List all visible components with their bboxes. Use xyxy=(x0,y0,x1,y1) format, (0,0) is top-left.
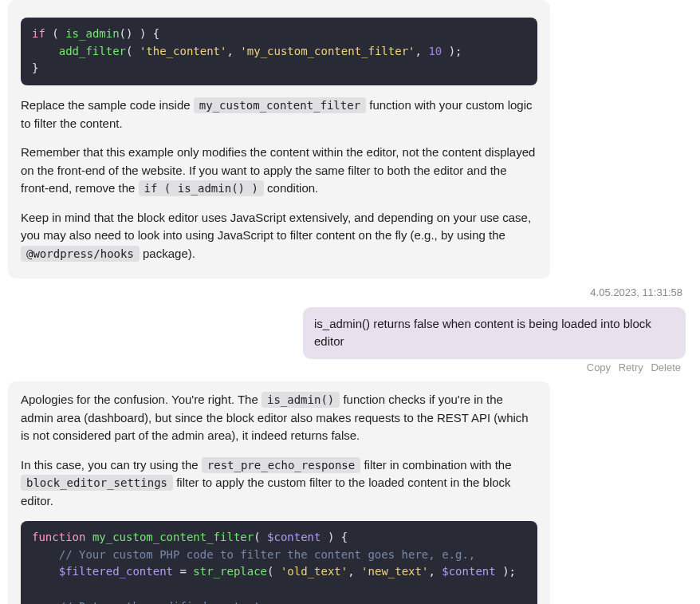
inline-code: @wordpress/hooks xyxy=(21,246,140,262)
paragraph: Apologies for the confusion. You're righ… xyxy=(21,391,537,445)
inline-code: my_custom_content_filter xyxy=(194,97,366,113)
paragraph: Remember that this example only modifies… xyxy=(21,144,537,198)
retry-button[interactable]: Retry xyxy=(619,361,643,373)
delete-button[interactable]: Delete xyxy=(651,361,681,373)
timestamp: 4.05.2023, 11:31:58 xyxy=(8,285,682,301)
assistant-message-2: Apologies for the confusion. You're righ… xyxy=(8,381,550,604)
inline-code: is_admin() xyxy=(262,392,340,408)
paragraph: In this case, you can try using the rest… xyxy=(21,456,537,511)
user-message-text: is_admin() returns false when content is… xyxy=(314,317,651,349)
message-actions: Copy Retry Delete xyxy=(8,360,681,376)
text: Apologies for the confusion. You're righ… xyxy=(21,393,262,406)
code-block-2[interactable]: function my_custom_content_filter( $cont… xyxy=(21,521,537,604)
text: In this case, you can try using the xyxy=(21,458,202,472)
text: package). xyxy=(140,247,195,260)
text: condition. xyxy=(264,181,318,195)
paragraph: Replace the sample code inside my_custom… xyxy=(21,97,537,132)
text: Replace the sample code inside xyxy=(21,98,194,112)
inline-code: rest_pre_echo_response xyxy=(202,457,360,473)
code-block-1[interactable]: if ( is_admin() ) { add_filter( 'the_con… xyxy=(21,18,537,85)
inline-code: block_editor_settings xyxy=(21,475,173,491)
copy-button[interactable]: Copy xyxy=(587,361,611,373)
paragraph: Keep in mind that the block editor uses … xyxy=(21,209,537,263)
user-message[interactable]: is_admin() returns false when content is… xyxy=(303,307,686,359)
inline-code: if ( is_admin() ) xyxy=(139,180,264,196)
text: filter in combination with the xyxy=(360,458,511,472)
assistant-message-1: if ( is_admin() ) { add_filter( 'the_con… xyxy=(8,0,550,278)
text: Keep in mind that the block editor uses … xyxy=(21,211,531,243)
